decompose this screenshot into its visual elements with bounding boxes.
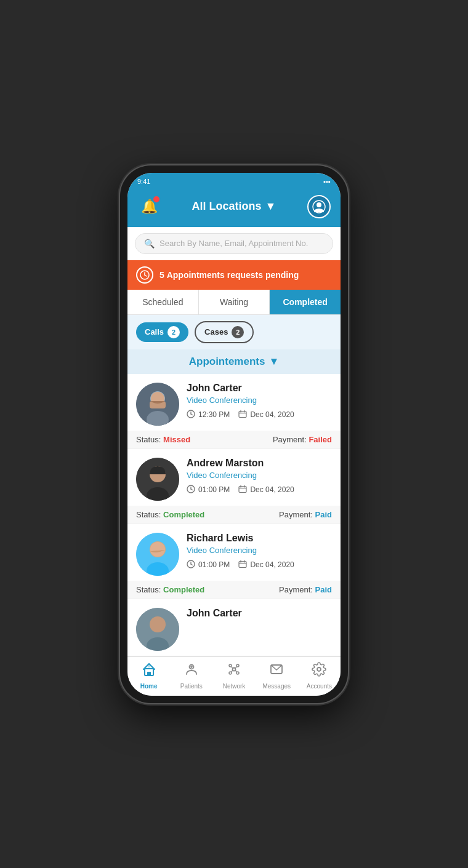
pending-label: Appointments requests pending <box>167 270 299 280</box>
appointment-card[interactable]: Andrew Marston Video Conferencing 01:00 … <box>127 449 341 524</box>
svg-point-51 <box>236 672 239 674</box>
nav-accounts[interactable]: Accounts <box>298 662 341 690</box>
bottom-navigation: Home Patients Network Messages <box>127 656 341 696</box>
pending-text: 5 Appointments requests pending <box>159 270 299 280</box>
notification-badge <box>152 195 161 204</box>
time-value: 01:00 PM <box>198 485 230 494</box>
patient-name: John Carter <box>187 608 332 619</box>
search-box[interactable]: 🔍 Search By Name, Email, Appointment No. <box>135 233 333 254</box>
user-avatar[interactable] <box>307 195 331 218</box>
svg-rect-42 <box>147 672 151 675</box>
section-title-arrow: ▼ <box>268 356 279 368</box>
network-icon <box>227 662 241 680</box>
appointment-status-bar: Status: Completed Payment: Paid <box>127 581 341 599</box>
calendar-icon <box>238 485 247 495</box>
appointment-time: 12:30 PM <box>187 410 230 420</box>
svg-point-30 <box>150 542 165 557</box>
svg-line-53 <box>235 666 236 668</box>
patient-name: Andrew Marston <box>187 458 332 469</box>
user-icon <box>312 200 326 213</box>
nav-home-label: Home <box>140 683 158 690</box>
svg-point-48 <box>229 664 232 667</box>
payment-value: Paid <box>315 510 332 519</box>
location-selector[interactable]: All Locations ▼ <box>192 200 276 213</box>
appointment-type: Video Conferencing <box>187 546 332 555</box>
svg-line-4 <box>145 275 147 276</box>
svg-line-52 <box>232 666 233 668</box>
status-value: Completed <box>163 510 204 519</box>
appointment-date: Dec 04, 2020 <box>238 485 294 495</box>
svg-line-33 <box>191 564 193 565</box>
search-icon: 🔍 <box>144 239 155 249</box>
appointment-status-bar: Status: Missed Payment: Failed <box>127 431 341 448</box>
time-value: 01:00 PM <box>198 560 230 569</box>
section-title[interactable]: Appointements ▼ <box>189 356 280 368</box>
svg-line-54 <box>232 670 233 672</box>
time-icon <box>187 560 195 570</box>
chip-cases-label: Cases <box>204 327 228 336</box>
accounts-icon <box>312 662 326 680</box>
tab-completed[interactable]: Completed <box>270 290 341 314</box>
svg-rect-23 <box>239 486 246 492</box>
nav-accounts-label: Accounts <box>307 683 332 690</box>
svg-rect-34 <box>239 561 246 567</box>
chip-calls[interactable]: Calls 2 <box>136 322 188 342</box>
status-bar: 9:41 ▪▪▪ <box>127 173 341 190</box>
appointment-card[interactable]: Richard Lewis Video Conferencing 01:00 P… <box>127 524 341 599</box>
svg-line-22 <box>191 489 193 490</box>
appointment-card[interactable]: John Carter Video Conferencing 12:30 PM <box>127 374 341 449</box>
section-title-text: Appointements <box>189 356 265 368</box>
appointment-info: John Carter <box>187 608 332 621</box>
appointment-date: Dec 04, 2020 <box>238 410 294 420</box>
appointment-time: 01:00 PM <box>187 485 230 495</box>
nav-network[interactable]: Network <box>212 662 255 690</box>
tab-scheduled[interactable]: Scheduled <box>127 290 199 314</box>
filter-chips: Calls 2 Cases 2 <box>127 315 341 349</box>
notification-bell[interactable]: 🔔 <box>137 195 161 218</box>
nav-messages[interactable]: Messages <box>256 662 298 690</box>
payment-label: Payment: Failed <box>273 435 332 444</box>
app-header: 🔔 All Locations ▼ <box>127 190 341 227</box>
nav-patients-label: Patients <box>180 683 203 690</box>
appointment-info: John Carter Video Conferencing 12:30 PM <box>187 383 332 420</box>
search-section: 🔍 Search By Name, Email, Appointment No. <box>127 227 341 260</box>
appointments-list: John Carter Video Conferencing 12:30 PM <box>127 374 341 656</box>
appointments-section-header: Appointements ▼ <box>127 349 341 374</box>
appointment-card[interactable]: John Carter <box>127 599 341 656</box>
patients-icon <box>184 662 199 680</box>
nav-patients[interactable]: Patients <box>170 662 212 690</box>
pending-banner[interactable]: 5 Appointments requests pending <box>127 260 341 290</box>
svg-point-47 <box>233 667 236 671</box>
svg-point-49 <box>236 664 239 667</box>
chip-calls-count: 2 <box>167 326 180 338</box>
calendar-icon <box>238 410 247 420</box>
chip-calls-label: Calls <box>145 327 164 336</box>
date-value: Dec 04, 2020 <box>250 410 294 419</box>
svg-point-43 <box>147 664 150 667</box>
appointment-info: Richard Lewis Video Conferencing 01:00 P… <box>187 533 332 570</box>
nav-home[interactable]: Home <box>127 662 170 690</box>
calendar-icon <box>238 560 247 570</box>
appointment-status-bar: Status: Completed Payment: Paid <box>127 506 341 524</box>
date-value: Dec 04, 2020 <box>250 560 294 569</box>
tab-waiting[interactable]: Waiting <box>199 290 270 314</box>
appointment-meta: 01:00 PM Dec 04, 2020 <box>187 485 332 495</box>
svg-rect-13 <box>239 411 246 417</box>
time-icon <box>187 485 195 495</box>
svg-line-55 <box>235 670 236 672</box>
patient-avatar <box>136 383 179 426</box>
svg-point-57 <box>317 667 321 671</box>
appointment-info: Andrew Marston Video Conferencing 01:00 … <box>187 458 332 495</box>
pending-clock-icon <box>136 266 153 284</box>
phone-screen: 9:41 ▪▪▪ 🔔 All Locations ▼ <box>127 173 341 696</box>
location-title: All Locations <box>192 200 262 213</box>
patient-name: John Carter <box>187 383 332 394</box>
payment-label: Payment: Paid <box>279 510 332 519</box>
pending-count: 5 <box>159 270 164 280</box>
location-arrow: ▼ <box>265 200 276 213</box>
status-label: Status: Missed <box>136 435 190 444</box>
patient-avatar <box>136 458 179 501</box>
chip-cases[interactable]: Cases 2 <box>195 321 254 343</box>
svg-line-12 <box>191 414 193 415</box>
payment-label: Payment: Paid <box>279 585 332 594</box>
